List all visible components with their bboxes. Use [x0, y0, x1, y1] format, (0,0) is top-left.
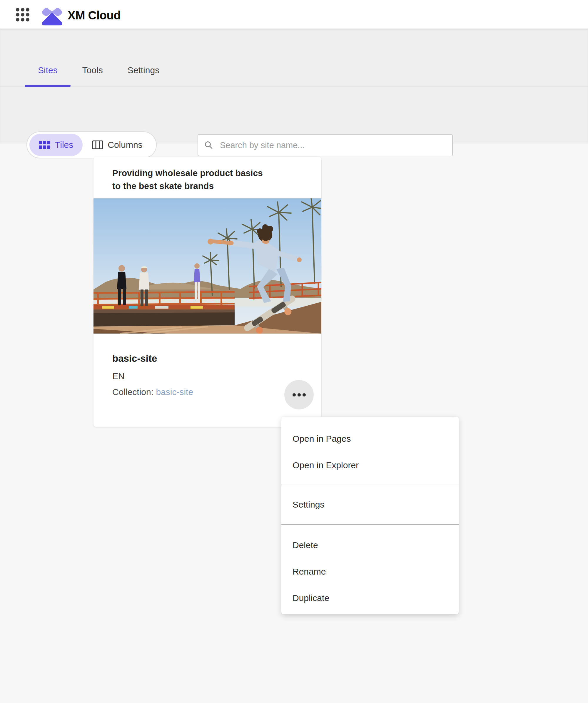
- site-thumbnail: [93, 199, 321, 333]
- columns-icon: [92, 141, 103, 149]
- tab-sites-label: Sites: [38, 65, 58, 75]
- menu-item-open-in-pages[interactable]: Open in Pages: [281, 425, 459, 452]
- top-bar: XM Cloud: [0, 0, 588, 29]
- menu-item-duplicate[interactable]: Duplicate: [281, 585, 459, 611]
- menu-item-delete[interactable]: Delete: [281, 532, 459, 558]
- tab-tools[interactable]: Tools: [82, 65, 103, 86]
- site-collection: Collection: basic-site: [112, 386, 193, 398]
- toolbar: Tiles Columns: [0, 87, 588, 143]
- app-title: XM Cloud: [68, 7, 121, 23]
- menu-group-manage: Delete Rename Duplicate: [281, 525, 459, 611]
- card-context-menu: Open in Pages Open in Explorer Settings …: [281, 417, 459, 614]
- menu-item-rename[interactable]: Rename: [281, 558, 459, 585]
- search-icon: [204, 141, 213, 150]
- menu-item-settings[interactable]: Settings: [281, 491, 459, 518]
- xm-cloud-app: XM Cloud Sites Tools Settings: [0, 0, 588, 703]
- xm-cloud-logo-icon: [41, 6, 64, 26]
- tiles-view-label: Tiles: [55, 140, 73, 150]
- site-card: Providing wholesale product basics to th…: [93, 157, 321, 427]
- menu-group-open: Open in Pages Open in Explorer: [281, 425, 459, 478]
- site-card-meta: basic-site EN Collection: basic-site: [112, 352, 193, 398]
- search-box: [198, 134, 453, 156]
- menu-item-open-in-explorer[interactable]: Open in Explorer: [281, 452, 459, 478]
- sub-header: Sites Tools Settings: [0, 29, 588, 143]
- collection-link[interactable]: basic-site: [156, 387, 193, 397]
- ellipsis-icon: [293, 393, 296, 396]
- tiles-view-button[interactable]: Tiles: [29, 134, 83, 156]
- card-actions-button[interactable]: [284, 380, 314, 409]
- tab-tools-label: Tools: [82, 65, 103, 75]
- active-tab-underline: [25, 85, 71, 87]
- tab-sites[interactable]: Sites: [38, 65, 58, 86]
- view-toggle: Tiles Columns: [26, 131, 157, 158]
- site-card-headline: Providing wholesale product basics to th…: [112, 167, 265, 192]
- tab-settings[interactable]: Settings: [128, 65, 159, 86]
- search-input[interactable]: [220, 141, 446, 150]
- menu-group-settings: Settings: [281, 485, 459, 518]
- collection-label: Collection:: [112, 387, 153, 397]
- site-language: EN: [112, 370, 193, 382]
- tab-settings-label: Settings: [128, 65, 159, 75]
- tab-bar: Sites Tools Settings: [0, 29, 588, 87]
- site-name: basic-site: [112, 352, 193, 365]
- tiles-icon: [39, 141, 51, 149]
- app-launcher-icon[interactable]: [16, 8, 29, 21]
- columns-view-label: Columns: [107, 140, 142, 150]
- columns-view-button[interactable]: Columns: [83, 134, 152, 156]
